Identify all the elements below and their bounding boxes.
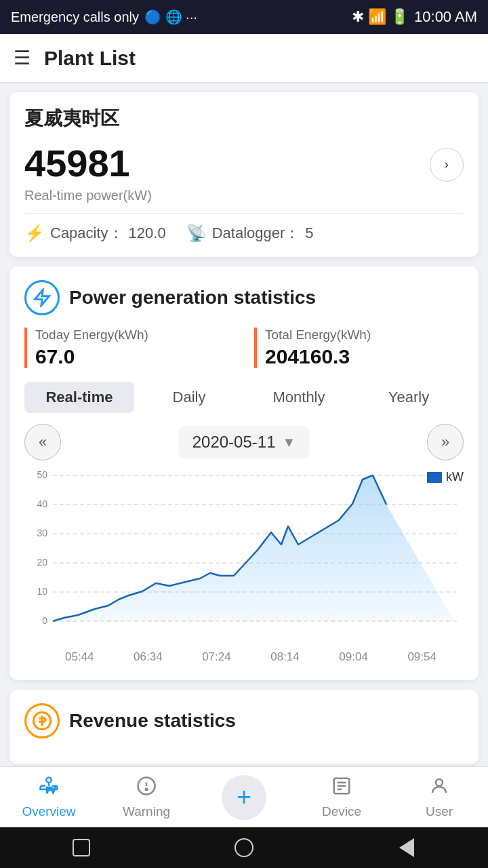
total-energy-value: 204160.3 bbox=[265, 345, 464, 368]
android-nav bbox=[0, 827, 488, 868]
legend-label: kW bbox=[446, 470, 464, 484]
today-energy-value: 67.0 bbox=[35, 345, 234, 368]
svg-text:PV: PV bbox=[46, 787, 56, 794]
power-info: 45981 Real-time power(kW) bbox=[24, 141, 152, 203]
power-gen-header: Power generation statistics bbox=[24, 280, 464, 315]
bottom-nav: PV Overview Warning + Device bbox=[0, 766, 488, 827]
user-label: User bbox=[426, 804, 453, 819]
capacity-label: Capacity： bbox=[50, 223, 123, 243]
nav-add[interactable]: + bbox=[195, 775, 293, 820]
overview-label: Overview bbox=[22, 804, 75, 819]
capacity-value: 120.0 bbox=[129, 224, 166, 242]
power-row: 45981 Real-time power(kW) › bbox=[24, 141, 464, 203]
today-energy-label: Today Energy(kWh) bbox=[35, 328, 234, 342]
total-energy-label: Total Energy(kWh) bbox=[265, 328, 464, 342]
tab-yearly[interactable]: Yearly bbox=[354, 382, 464, 413]
revenue-icon bbox=[24, 703, 60, 738]
triangle-icon bbox=[399, 838, 414, 857]
nav-device[interactable]: Device bbox=[293, 776, 390, 819]
device-label: Device bbox=[322, 804, 361, 819]
status-bar-left: Emergency calls only 🔵 🌐 ··· bbox=[11, 9, 197, 25]
svg-point-15 bbox=[46, 777, 52, 783]
nav-warning[interactable]: Warning bbox=[98, 776, 195, 819]
tab-daily[interactable]: Daily bbox=[134, 382, 244, 413]
date-nav: « 2020-05-11 ▼ » bbox=[24, 424, 464, 460]
top-bar: ☰ Plant List bbox=[0, 34, 488, 83]
nav-user[interactable]: User bbox=[390, 776, 488, 819]
overview-icon: PV bbox=[39, 776, 59, 801]
x-label-0: 05:44 bbox=[65, 650, 94, 664]
energy-stats: Today Energy(kWh) 67.0 Total Energy(kWh)… bbox=[24, 328, 464, 368]
user-icon bbox=[429, 776, 449, 801]
power-gen-title: Power generation statistics bbox=[69, 287, 316, 309]
datalogger-item: 📡 Datalogger： 5 bbox=[186, 223, 314, 243]
android-back-button[interactable] bbox=[393, 834, 420, 861]
square-icon bbox=[73, 839, 90, 856]
plant-info-card: 夏威夷时区 45981 Real-time power(kW) › ⚡ Capa… bbox=[9, 92, 479, 257]
chart-tabs: Real-time Daily Monthly Yearly bbox=[24, 382, 464, 413]
today-energy-stat: Today Energy(kWh) 67.0 bbox=[24, 328, 234, 368]
prev-prev-button[interactable]: « bbox=[24, 424, 61, 460]
revenue-card: Revenue statistics bbox=[9, 690, 479, 764]
status-bar-time: 10:00 AM bbox=[414, 8, 477, 26]
chart-x-labels: 05:44 06:34 07:24 08:14 09:04 09:54 bbox=[24, 650, 464, 664]
power-gen-icon bbox=[24, 280, 60, 315]
dropdown-icon: ▼ bbox=[282, 435, 296, 450]
capacity-icon: ⚡ bbox=[24, 224, 45, 243]
warning-icon bbox=[136, 776, 157, 801]
svg-marker-0 bbox=[35, 290, 49, 305]
next-next-button[interactable]: » bbox=[427, 424, 464, 460]
power-value: 45981 bbox=[24, 141, 152, 185]
total-energy-stat: Total Energy(kWh) 204160.3 bbox=[254, 328, 464, 368]
x-label-5: 09:54 bbox=[407, 650, 436, 664]
svg-text:40: 40 bbox=[37, 498, 47, 509]
x-label-3: 08:14 bbox=[270, 650, 300, 664]
x-label-2: 07:24 bbox=[202, 650, 231, 664]
svg-text:0: 0 bbox=[42, 615, 47, 626]
capacity-item: ⚡ Capacity： 120.0 bbox=[24, 223, 166, 243]
divider bbox=[24, 213, 464, 214]
svg-point-19 bbox=[146, 788, 148, 790]
hamburger-icon[interactable]: ☰ bbox=[14, 47, 30, 69]
status-bar-right: ✱ 📶 🔋 10:00 AM bbox=[352, 8, 477, 26]
revenue-title: Revenue statistics bbox=[69, 710, 236, 732]
datalogger-label: Datalogger： bbox=[212, 223, 300, 243]
power-gen-card: Power generation statistics Today Energy… bbox=[9, 267, 479, 680]
svg-text:20: 20 bbox=[37, 557, 47, 568]
x-label-1: 06:34 bbox=[134, 650, 163, 664]
device-icon bbox=[331, 776, 352, 801]
android-home-button[interactable] bbox=[230, 834, 258, 861]
chart-legend: kW bbox=[427, 470, 464, 484]
svg-marker-13 bbox=[53, 475, 454, 621]
tab-monthly[interactable]: Monthly bbox=[244, 382, 354, 413]
power-label: Real-time power(kW) bbox=[24, 188, 152, 203]
legend-box bbox=[427, 472, 442, 483]
selected-date: 2020-05-11 bbox=[192, 433, 276, 452]
plant-name: 夏威夷时区 bbox=[24, 106, 464, 132]
status-bar-text: Emergency calls only bbox=[11, 9, 139, 25]
warning-label: Warning bbox=[123, 804, 170, 819]
chart-svg: 50 40 30 20 10 0 bbox=[24, 470, 464, 646]
svg-text:50: 50 bbox=[37, 470, 47, 480]
tab-realtime[interactable]: Real-time bbox=[24, 382, 134, 413]
power-chart: kW 50 40 30 20 10 0 bbox=[24, 470, 464, 667]
date-selector[interactable]: 2020-05-11 ▼ bbox=[179, 426, 310, 458]
add-button[interactable]: + bbox=[222, 775, 266, 820]
page-title: Plant List bbox=[44, 47, 136, 70]
nav-overview[interactable]: PV Overview bbox=[0, 776, 98, 819]
navigate-button[interactable]: › bbox=[430, 148, 464, 182]
chevron-right-icon: › bbox=[445, 159, 448, 171]
x-label-4: 09:04 bbox=[339, 650, 368, 664]
svg-point-24 bbox=[436, 779, 443, 786]
revenue-header: Revenue statistics bbox=[24, 703, 464, 738]
capacity-row: ⚡ Capacity： 120.0 📡 Datalogger： 5 bbox=[24, 223, 464, 243]
datalogger-icon: 📡 bbox=[186, 224, 207, 243]
svg-text:10: 10 bbox=[37, 586, 47, 597]
svg-text:30: 30 bbox=[37, 528, 47, 538]
circle-icon bbox=[235, 838, 253, 857]
status-bar: Emergency calls only 🔵 🌐 ··· ✱ 📶 🔋 10:00… bbox=[0, 0, 488, 34]
datalogger-value: 5 bbox=[305, 224, 313, 242]
android-square-button[interactable] bbox=[68, 834, 95, 861]
